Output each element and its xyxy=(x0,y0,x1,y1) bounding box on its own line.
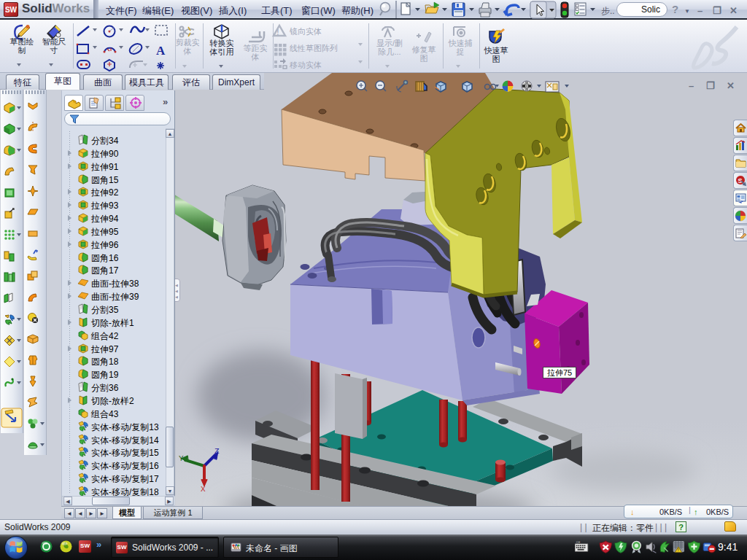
svg-text:CH: CH xyxy=(576,541,581,544)
svg-text:!: ! xyxy=(678,548,679,552)
svg-text:A: A xyxy=(156,44,166,58)
svg-text:X: X xyxy=(201,485,206,494)
svg-text:Z: Z xyxy=(214,447,220,456)
svg-text:!: ! xyxy=(276,28,279,36)
svg-text:Y: Y xyxy=(179,454,184,463)
